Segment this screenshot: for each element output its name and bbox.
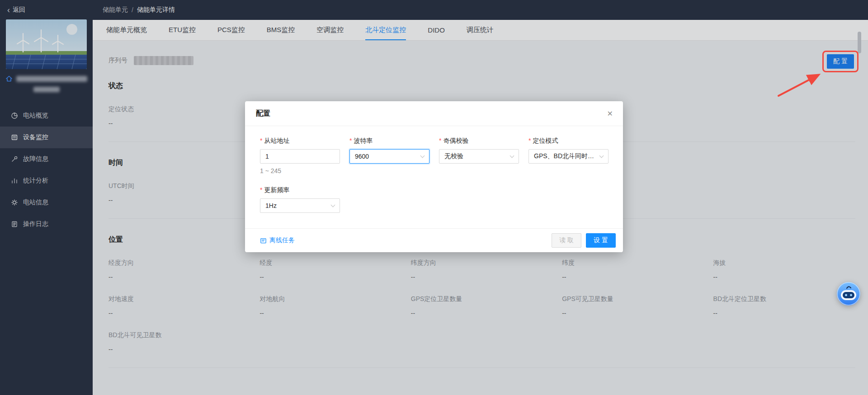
required-mark: *	[260, 186, 262, 193]
set-button[interactable]: 设 置	[586, 233, 616, 248]
field-slave-address: *从站地址 1 ~ 245	[260, 137, 340, 174]
form-row-1: *从站地址 1 ~ 245 *波特率 9600 *奇偶校	[260, 137, 612, 174]
offline-task-icon	[260, 237, 267, 244]
select-value: GPS、BD北斗同时…	[534, 152, 594, 160]
annotation-arrow	[774, 69, 826, 99]
chevron-down-icon	[599, 153, 604, 158]
modal-footer: 离线任务 读 取 设 置	[245, 228, 623, 252]
field-label: 奇偶校验	[443, 137, 468, 144]
required-mark: *	[260, 137, 262, 144]
required-mark: *	[528, 137, 531, 144]
modal-body: *从站地址 1 ~ 245 *波特率 9600 *奇偶校	[245, 126, 623, 228]
chevron-down-icon	[510, 153, 514, 158]
modal-header: 配置 ✕	[245, 101, 623, 126]
app-root: ‹ 返回	[0, 0, 868, 395]
field-position-mode: *定位模式 GPS、BD北斗同时…	[528, 137, 609, 174]
config-modal: 配置 ✕ *从站地址 1 ~ 245 *波特率 9600	[245, 101, 623, 252]
required-mark: *	[349, 137, 352, 144]
update-frequency-select[interactable]: 1Hz	[260, 198, 340, 213]
baud-rate-select[interactable]: 9600	[349, 149, 429, 164]
field-parity: *奇偶校验 无校验	[439, 137, 519, 174]
field-update-frequency: *更新频率 1Hz	[260, 186, 340, 213]
annotation-highlight-box	[822, 51, 859, 72]
close-icon[interactable]: ✕	[607, 109, 613, 118]
field-label: 波特率	[354, 137, 373, 144]
field-label: 更新频率	[264, 186, 289, 193]
read-button[interactable]: 读 取	[552, 233, 581, 248]
parity-select[interactable]: 无校验	[439, 149, 519, 164]
offline-task-label: 离线任务	[269, 236, 295, 245]
slave-address-input[interactable]	[260, 149, 340, 164]
select-value: 无校验	[444, 152, 463, 160]
offline-task-link[interactable]: 离线任务	[260, 236, 295, 245]
select-value: 1Hz	[265, 202, 277, 209]
field-baud-rate: *波特率 9600	[349, 137, 429, 174]
modal-title: 配置	[256, 109, 270, 118]
chevron-down-icon	[331, 202, 335, 207]
position-mode-select[interactable]: GPS、BD北斗同时…	[528, 149, 609, 164]
required-mark: *	[439, 137, 441, 144]
form-row-2: *更新频率 1Hz	[260, 186, 612, 213]
chevron-down-icon	[420, 153, 425, 158]
slave-address-hint: 1 ~ 245	[260, 167, 340, 174]
field-label: 定位模式	[533, 137, 558, 144]
field-label: 从站地址	[264, 137, 289, 144]
assistant-robot-widget[interactable]	[836, 281, 861, 306]
select-value: 9600	[355, 153, 369, 160]
